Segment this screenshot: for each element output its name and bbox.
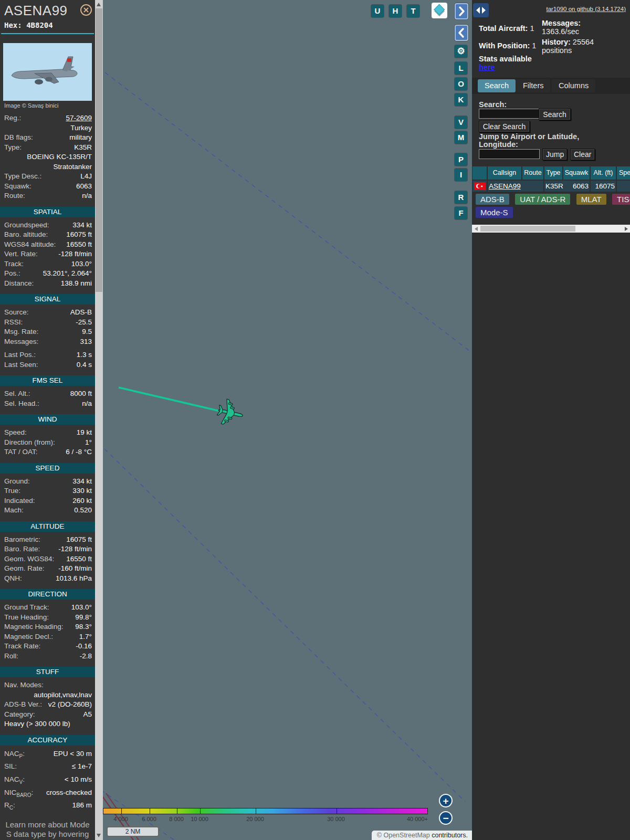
section-header-stuff: STUFF <box>0 667 95 677</box>
col-flag[interactable] <box>472 166 487 180</box>
sidebar-scrollbar[interactable] <box>95 0 103 840</box>
row-squawk[interactable]: 6063 <box>563 181 590 192</box>
tar1090-app: ASENA99 Hex: 4B8204 <box>0 0 630 840</box>
section-header-altitude: ALTITUDE <box>0 521 95 532</box>
section-header-accuracy: ACCURACY <box>0 735 95 746</box>
col-squawk[interactable]: Squawk <box>563 166 590 180</box>
badge-modes[interactable]: Mode-S <box>476 207 513 218</box>
badge-mlat[interactable]: MLAT <box>576 194 606 205</box>
aircraft-icon[interactable] <box>215 398 244 427</box>
row-speed[interactable] <box>617 181 630 192</box>
toggle-heatmap-button[interactable]: H <box>389 5 402 17</box>
col-speed[interactable]: Speed <box>617 166 630 180</box>
map-button-range[interactable]: R <box>455 191 467 204</box>
stats-here-link[interactable]: here <box>479 63 495 71</box>
zoom-in-button[interactable]: + <box>439 794 453 807</box>
flag-cell[interactable] <box>472 181 487 192</box>
cyan-divider <box>1 33 94 34</box>
history-stat-wrap: positions <box>542 46 572 55</box>
total-aircraft-stat: Total Aircraft: 1 <box>479 24 534 33</box>
scroll-left-arrow[interactable] <box>475 227 478 231</box>
search-button[interactable]: Search <box>539 108 571 120</box>
legend-label: 4 000 <box>113 816 128 822</box>
aircraft-photo[interactable] <box>3 43 92 101</box>
jump-label: Jump to Airport or Latitude, Longitude: <box>479 133 607 149</box>
map-button-persistence[interactable]: P <box>455 153 467 166</box>
search-label: Search: <box>479 100 507 109</box>
github-version-link[interactable]: tar1090 on github (3.14.1724) <box>546 6 626 12</box>
col-alt[interactable]: Alt. (ft) <box>591 166 616 180</box>
info-row-country: Turkey <box>0 123 95 133</box>
map-button-multiselect[interactable]: M <box>455 131 467 144</box>
osm-link[interactable]: © OpenStreetMap <box>377 832 430 839</box>
section-header-speed: SPEED <box>0 463 95 474</box>
section-header-spatial: SPATIAL <box>0 207 95 217</box>
badge-tisb[interactable]: TIS-B <box>612 194 630 205</box>
jump-input[interactable] <box>479 149 540 159</box>
map-button-v[interactable]: V <box>455 116 467 129</box>
panel-collapse-button[interactable] <box>455 25 468 41</box>
table-horizontal-scrollbar[interactable] <box>472 225 630 233</box>
badge-uat-adsr[interactable]: UAT / ADS-R <box>515 194 570 205</box>
toggle-tracks-button[interactable]: T <box>407 5 419 17</box>
row-type[interactable]: K35R <box>544 181 563 192</box>
map-button-follow[interactable]: F <box>455 207 467 219</box>
panel-expand-button[interactable] <box>455 3 468 19</box>
map-button-labels[interactable]: L <box>455 62 467 75</box>
map-button-overlays[interactable]: O <box>455 78 467 90</box>
history-stat: History: 25564 <box>542 38 594 46</box>
map-canvas[interactable]: U H T ⚙ L O K V M P I R F <box>103 0 472 840</box>
info-row-typelong2: Stratotanker <box>0 162 95 172</box>
messages-stat-label: Messages: <box>542 19 581 27</box>
col-route[interactable]: Route <box>522 166 543 180</box>
hex-label: Hex: <box>4 21 22 29</box>
col-type[interactable]: Type <box>544 166 562 180</box>
left-right-arrows-icon <box>473 3 489 17</box>
close-icon[interactable] <box>80 4 92 16</box>
turkey-flag-icon <box>474 182 486 190</box>
map-button-k[interactable]: K <box>455 93 467 106</box>
zoom-out-button[interactable]: − <box>439 811 453 825</box>
info-row-typedesc: Type Desc.: L4J <box>0 172 95 182</box>
aircraft-detail-sidebar: ASENA99 Hex: 4B8204 <box>0 0 95 840</box>
section-header-direction: DIRECTION <box>0 589 95 600</box>
sidebar-scrollbar-thumb[interactable] <box>96 8 102 292</box>
section-header-signal: SIGNAL <box>0 294 95 304</box>
messages-stat-value: 1363.6/sec <box>542 27 579 36</box>
layers-button[interactable] <box>432 3 447 18</box>
section-header-wind: WIND <box>0 414 95 425</box>
graticule-dashed-line <box>104 449 465 802</box>
panel-width-toggle[interactable] <box>473 3 489 17</box>
toggle-units-button[interactable]: U <box>371 5 384 17</box>
row-callsign[interactable]: ASENA99 <box>488 181 522 192</box>
scroll-right-arrow[interactable] <box>625 227 628 231</box>
clear-search-button[interactable]: Clear Search <box>479 121 530 132</box>
row-alt[interactable]: 16075 <box>591 181 616 192</box>
scroll-down-arrow[interactable] <box>97 834 101 837</box>
legend-label: 8 000 <box>169 816 184 822</box>
tab-filters[interactable]: Filters <box>516 79 550 92</box>
map-attribution: © OpenStreetMap contributors. <box>372 831 472 840</box>
tab-columns[interactable]: Columns <box>552 79 595 92</box>
tab-search[interactable]: Search <box>478 79 516 92</box>
source-badges-row1: ADS-B UAT / ADS-R MLAT TIS-B <box>476 194 630 205</box>
jump-button[interactable]: Jump <box>542 149 567 160</box>
scroll-up-arrow[interactable] <box>97 3 101 6</box>
settings-gear-icon[interactable]: ⚙ <box>455 45 467 58</box>
legend-label: 40 000+ <box>407 816 428 822</box>
chevron-left-icon <box>456 26 467 40</box>
legend-label: 10 000 <box>191 816 208 822</box>
hscrollbar-thumb[interactable] <box>480 226 575 232</box>
map-button-isolate[interactable]: I <box>455 169 467 181</box>
col-callsign[interactable]: Callsign <box>488 166 521 180</box>
aircraft-list-panel: tar1090 on github (3.14.1724) Total Airc… <box>472 0 630 840</box>
badge-adsb[interactable]: ADS-B <box>476 194 509 205</box>
layers-icon <box>432 3 447 18</box>
registration-link[interactable]: 57-2609 <box>66 113 92 123</box>
jump-clear-button[interactable]: Clear <box>570 149 595 160</box>
search-input[interactable] <box>479 109 540 119</box>
legend-label: 20 000 <box>246 816 264 822</box>
with-position-stat: With Position: 1 <box>479 41 536 50</box>
row-route[interactable] <box>522 181 543 192</box>
panel-tabbar: Search Filters Columns <box>472 78 630 94</box>
